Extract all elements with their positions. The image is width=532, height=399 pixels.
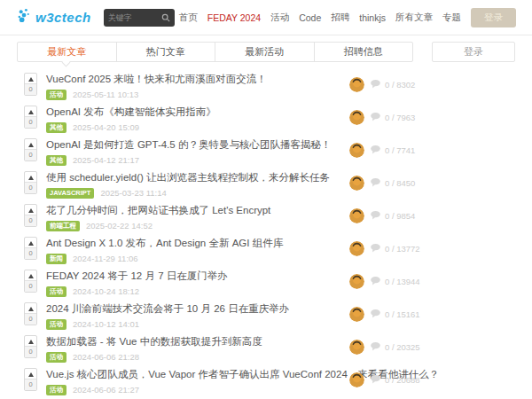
article-row: 0 使用 scheduler.yield() 让出浏览器主线程控制权，来分解长任…	[17, 168, 515, 201]
nav-home[interactable]: 首页	[179, 12, 198, 24]
comment-bubble-icon	[371, 76, 380, 92]
up-arrow-icon	[28, 143, 34, 147]
article-date: 2025-04-20 15:09	[73, 122, 139, 132]
comment-bubble-icon	[371, 372, 380, 387]
nav-thinkjs[interactable]: thinkjs	[359, 12, 386, 23]
logo[interactable]: w3ctech	[16, 7, 91, 27]
avatar[interactable]	[349, 241, 364, 256]
article-body: 使用 scheduler.yield() 让出浏览器主线程控制权，来分解长任务 …	[46, 168, 515, 199]
article-right: 0 / 7741	[349, 142, 415, 158]
category-tag[interactable]: 活动	[46, 286, 66, 297]
article-title[interactable]: OpenAI 是如何打造 GPT-4.5 的？奥特曼与核心团队播客揭秘！	[46, 138, 515, 152]
avatar[interactable]	[349, 77, 364, 92]
up-arrow-icon	[28, 77, 34, 82]
comment-count: 0 / 7963	[385, 113, 415, 122]
tab-label: 热门文章	[146, 45, 185, 59]
up-arrow-icon	[28, 274, 34, 278]
tab-job-info[interactable]: 招聘信息	[314, 43, 413, 61]
article-body: Vue.js 核心团队成员，Vue Vapor 作者智子确认出席 VueConf…	[46, 365, 515, 395]
article-title[interactable]: 数据加载器 - 将 Vue 中的数据获取提升到新高度	[46, 335, 515, 348]
category-tag[interactable]: 新闻	[46, 254, 66, 264]
upvote-button[interactable]: 0	[24, 335, 37, 358]
category-tag[interactable]: 前端工程	[46, 221, 80, 231]
category-tag[interactable]: 活动	[46, 90, 66, 100]
article-body: 2024 川渝前端技术交流会将于 10 月 26 日在重庆举办 活动 2024-…	[46, 300, 515, 330]
article-right: 0 / 7963	[349, 109, 415, 125]
category-tag[interactable]: 活动	[46, 319, 66, 330]
article-row: 0 2024 川渝前端技术交流会将于 10 月 26 日在重庆举办 活动 202…	[17, 300, 515, 332]
article-title[interactable]: 2024 川渝前端技术交流会将于 10 月 26 日在重庆举办	[46, 302, 515, 316]
article-title[interactable]: OpenAI 发布《构建智能体实用指南》	[46, 106, 515, 119]
upvote-button[interactable]: 0	[24, 171, 37, 194]
category-tag[interactable]: 其他	[46, 122, 66, 133]
article-date: 2025-04-12 21:17	[73, 155, 139, 165]
upvote-button[interactable]: 0	[24, 73, 37, 96]
comments: 0 / 20688	[371, 372, 420, 387]
avatar[interactable]	[349, 176, 364, 191]
article-title[interactable]: VueConf 2025 来啦！快来和尤雨溪面对面交流！	[46, 73, 515, 86]
comments: 0 / 7741	[371, 142, 415, 158]
category-tag[interactable]: 活动	[46, 352, 66, 363]
up-arrow-icon	[28, 340, 34, 344]
comment-bubble-icon	[371, 207, 380, 223]
article-title[interactable]: 花了几分钟时间，把网站证书换成了 Let's Encrypt	[46, 204, 515, 217]
nav-feday-2024[interactable]: FEDAY 2024	[207, 12, 261, 23]
up-arrow-icon	[28, 307, 34, 311]
upvote-button[interactable]: 0	[24, 302, 37, 325]
category-tag[interactable]: 其他	[46, 155, 66, 166]
avatar[interactable]	[349, 274, 364, 289]
upvote-button[interactable]: 0	[24, 237, 37, 260]
upvote-button[interactable]: 0	[24, 368, 37, 391]
header-login-button[interactable]: 登录	[471, 8, 516, 27]
search-box[interactable]	[104, 9, 175, 27]
article-right: 0 / 13944	[349, 273, 420, 289]
article-right: 0 / 8302	[349, 76, 415, 92]
article-list: 0 VueConf 2025 来啦！快来和尤雨溪面对面交流！ 活动 2025-0…	[17, 70, 515, 398]
avatar[interactable]	[349, 372, 364, 387]
nav-topics[interactable]: 专题	[442, 12, 461, 24]
article-title[interactable]: FEDAY 2024 将于 12 月 7 日在厦门举办	[46, 270, 515, 283]
tab-hot-articles[interactable]: 热门文章	[116, 43, 215, 61]
article-date: 2025-05-11 10:13	[73, 90, 138, 99]
article-date: 2024-06-06 21:27	[73, 385, 139, 395]
upvote-button[interactable]: 0	[24, 106, 37, 129]
avatar[interactable]	[349, 208, 364, 223]
avatar[interactable]	[349, 307, 364, 322]
tab-login[interactable]: 登录	[432, 42, 515, 62]
upvote-button[interactable]: 0	[24, 138, 37, 161]
comments: 0 / 9854	[371, 207, 415, 223]
tab-label: 招聘信息	[344, 45, 383, 59]
vote-count: 0	[25, 346, 36, 357]
comment-count: 0 / 13944	[385, 277, 420, 286]
article-title[interactable]: Vue.js 核心团队成员，Vue Vapor 作者智子确认出席 VueConf…	[46, 368, 515, 381]
article-title[interactable]: 使用 scheduler.yield() 让出浏览器主线程控制权，来分解长任务	[46, 171, 515, 184]
search-icon[interactable]	[161, 10, 170, 26]
avatar[interactable]	[349, 340, 364, 355]
avatar[interactable]	[349, 143, 364, 158]
logo-molecule-icon	[16, 7, 33, 27]
article-title[interactable]: Ant Design X 1.0 发布，Ant Design 全新 AGI 组件…	[46, 237, 515, 250]
nav-events[interactable]: 活动	[270, 12, 289, 24]
upvote-button[interactable]: 0	[24, 204, 37, 227]
vote-count: 0	[25, 149, 36, 160]
category-tag[interactable]: 活动	[46, 385, 66, 395]
comments: 0 / 13944	[371, 273, 420, 289]
up-arrow-icon	[28, 241, 34, 246]
tab-latest-articles[interactable]: 最新文章	[18, 43, 116, 61]
article-meta: 新闻 2024-11-29 11:06	[46, 254, 515, 264]
article-meta: 活动 2025-05-11 10:13	[46, 90, 515, 100]
tab-latest-events[interactable]: 最新活动	[215, 43, 314, 61]
nav-code[interactable]: Code	[299, 12, 321, 23]
article-body: VueConf 2025 来啦！快来和尤雨溪面对面交流！ 活动 2025-05-…	[46, 70, 515, 100]
article-date: 2024-06-06 21:28	[73, 352, 139, 362]
category-tag[interactable]: JAVASCRIPT	[46, 188, 94, 199]
nav-jobs[interactable]: 招聘	[331, 12, 349, 24]
upvote-button[interactable]: 0	[24, 270, 37, 293]
avatar[interactable]	[349, 110, 364, 125]
article-date: 2024-10-12 14:01	[73, 319, 139, 329]
vote-count: 0	[25, 379, 36, 390]
search-input[interactable]	[108, 13, 161, 22]
up-arrow-icon	[28, 110, 34, 114]
nav-all-articles[interactable]: 所有文章	[395, 12, 433, 24]
article-body: 花了几分钟时间，把网站证书换成了 Let's Encrypt 前端工程 2025…	[46, 201, 515, 231]
